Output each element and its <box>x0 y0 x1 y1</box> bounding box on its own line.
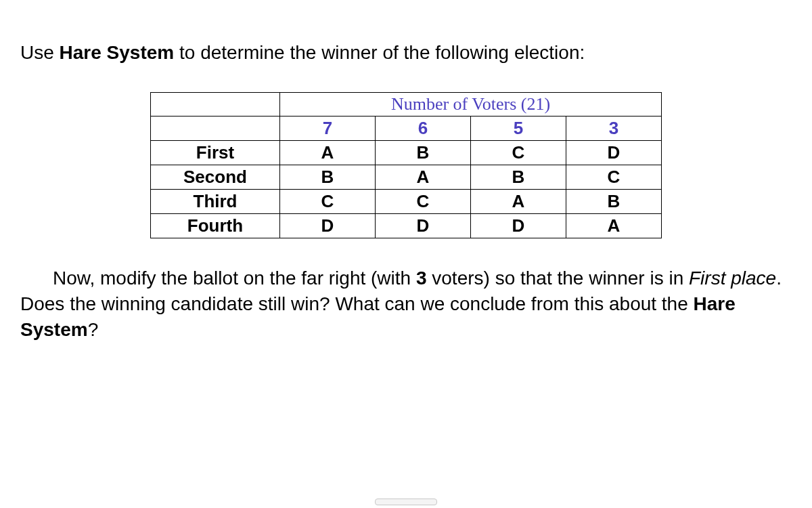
header-voters-label: Number of Voters (21) <box>280 93 662 117</box>
ballot-table: Number of Voters (21) 7 6 5 3 First A B … <box>150 92 662 238</box>
resize-handle-icon <box>375 499 437 505</box>
ballot-cell: D <box>566 141 662 165</box>
q-part3: ? <box>88 319 99 340</box>
table-row: Fourth D D D A <box>151 214 662 238</box>
ballot-cell: A <box>280 141 376 165</box>
intro-bold-term: Hare System <box>60 42 175 63</box>
page-content: Use Hare System to determine the winner … <box>0 0 812 343</box>
intro-before: Use <box>20 42 60 63</box>
count-cell: 3 <box>566 117 662 141</box>
row-label: Third <box>151 190 280 214</box>
count-cell: 5 <box>471 117 566 141</box>
question-paragraph: Now, modify the ballot on the far right … <box>20 266 792 342</box>
intro-line: Use Hare System to determine the winner … <box>20 41 792 65</box>
row-label: Fourth <box>151 214 280 238</box>
intro-after: to determine the winner of the following… <box>174 42 585 63</box>
count-cell: 6 <box>376 117 471 141</box>
table-counts-row: 7 6 5 3 <box>151 117 662 141</box>
ballot-cell: B <box>376 141 471 165</box>
q-first-place: First place <box>689 268 776 289</box>
ballot-cell: D <box>280 214 376 238</box>
q-bold-3: 3 <box>416 268 427 289</box>
row-label: First <box>151 141 280 165</box>
ballot-cell: A <box>376 165 471 190</box>
ballot-cell: C <box>566 165 662 190</box>
table-row: Third C C A B <box>151 190 662 214</box>
ballot-cell: B <box>566 190 662 214</box>
table-header-row: Number of Voters (21) <box>151 93 662 117</box>
count-cell: 7 <box>280 117 376 141</box>
table-row: First A B C D <box>151 141 662 165</box>
q-part1b: voters) so that the winner is in <box>427 268 690 289</box>
ballot-cell: C <box>280 190 376 214</box>
ballot-cell: D <box>471 214 566 238</box>
ballot-cell: C <box>376 190 471 214</box>
counts-blank-cell <box>151 117 280 141</box>
ballot-cell: D <box>376 214 471 238</box>
ballot-cell: A <box>471 190 566 214</box>
ballot-cell: B <box>471 165 566 190</box>
table-row: Second B A B C <box>151 165 662 190</box>
q-part1a: Now, modify the ballot on the far right … <box>53 268 416 289</box>
ballot-cell: C <box>471 141 566 165</box>
ballot-cell: B <box>280 165 376 190</box>
ballot-cell: A <box>566 214 662 238</box>
row-label: Second <box>151 165 280 190</box>
header-blank-cell <box>151 93 280 117</box>
